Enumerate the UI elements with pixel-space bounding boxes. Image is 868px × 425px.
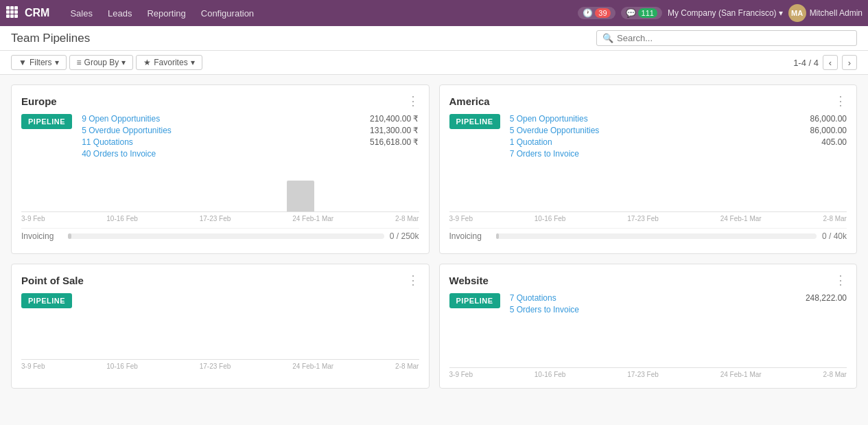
message-count: 111 — [638, 8, 657, 18]
chart-labels: 3-9 Feb10-16 Feb17-23 Feb24 Feb-1 Mar2-8… — [21, 215, 419, 222]
chart-col — [530, 170, 606, 211]
filters-button[interactable]: ▼ Filters ▾ — [11, 55, 67, 70]
chart-col — [530, 326, 606, 367]
invoicing-row: Invoicing 0 / 40k — [449, 228, 847, 244]
invoicing-row: Invoicing 0 / 250k — [21, 228, 419, 244]
chart-col — [21, 170, 97, 211]
sub-header: Team Pipelines 🔍 — [0, 26, 868, 51]
chart-col — [449, 170, 526, 211]
stat-link[interactable]: 5 Overdue Opportunities — [82, 126, 172, 135]
message-icon: 💬 — [626, 8, 636, 18]
activity-badge[interactable]: 🕐 39 — [578, 7, 615, 19]
nav-leads[interactable]: Leads — [101, 5, 139, 21]
chart-col — [771, 170, 847, 211]
chart-area — [449, 323, 847, 368]
search-bar[interactable]: 🔍 — [596, 30, 857, 46]
chart-area — [21, 315, 419, 360]
stat-link[interactable]: 5 Open Opportunities — [510, 114, 588, 124]
invoicing-value: 0 / 40k — [822, 231, 847, 241]
chart-label: 2-8 Mar — [395, 215, 419, 222]
stat-link[interactable]: 7 Quotations — [510, 293, 556, 303]
card-header: Website ⋮ — [449, 274, 847, 286]
navbar: ​ CRM Sales Leads Reporting Configuratio… — [0, 0, 868, 26]
app-brand[interactable]: CRM — [25, 7, 49, 19]
pipeline-card-europe: Europe ⋮ PIPELINE 9 Open Opportunities 2… — [11, 84, 430, 254]
pipeline-button-container: PIPELINE — [449, 114, 500, 129]
pipeline-button-container: PIPELINE — [21, 114, 72, 129]
stat-link[interactable]: 1 Quotation — [510, 137, 552, 147]
nav-reporting[interactable]: Reporting — [140, 5, 192, 21]
card-menu-dots[interactable]: ⋮ — [834, 95, 847, 107]
stat-row: 5 Open Opportunities 86,000.00 — [510, 114, 847, 124]
stat-value: 248,222.00 — [806, 293, 847, 303]
pipeline-grid: Europe ⋮ PIPELINE 9 Open Opportunities 2… — [0, 75, 868, 398]
card-title: Europe — [21, 95, 57, 107]
avatar: MA — [788, 4, 806, 22]
chart-label: 24 Feb-1 Mar — [720, 371, 762, 378]
svg-rect-3 — [6, 10, 10, 14]
stat-link[interactable]: 7 Orders to Invoice — [510, 149, 579, 159]
pipeline-button[interactable]: PIPELINE — [21, 114, 72, 129]
stat-link[interactable]: 5 Overdue Opportunities — [510, 126, 600, 135]
groupby-button[interactable]: ≡ Group By ▾ — [69, 55, 134, 70]
stat-value: 131,300.00 ₹ — [370, 126, 419, 135]
stat-row: 7 Orders to Invoice — [510, 149, 847, 159]
chart-label: 10-16 Feb — [535, 371, 566, 378]
card-body: PIPELINE 7 Quotations 248,222.00 5 Order… — [449, 293, 847, 317]
stat-value: 86,000.00 — [810, 126, 847, 135]
card-stats: 9 Open Opportunities 210,400.00 ₹ 5 Over… — [82, 114, 419, 161]
stat-link[interactable]: 40 Orders to Invoice — [82, 149, 156, 159]
card-menu-dots[interactable]: ⋮ — [834, 274, 847, 286]
chart-label: 24 Feb-1 Mar — [292, 363, 333, 370]
stat-link[interactable]: 11 Quotations — [82, 137, 133, 147]
chevron-icon3: ▾ — [191, 58, 195, 67]
pipeline-card-point-of-sale: Point of Sale ⋮ PIPELINE 3-9 F — [11, 264, 430, 389]
navbar-menu: Sales Leads Reporting Configuration — [63, 5, 575, 21]
next-page-button[interactable]: › — [842, 55, 857, 70]
filter-icon: ▼ — [19, 58, 27, 67]
invoicing-label: Invoicing — [21, 231, 62, 241]
stat-value: 516,618.00 ₹ — [370, 137, 419, 147]
chart-bar-container — [21, 170, 419, 211]
card-stats: 5 Open Opportunities 86,000.00 5 Overdue… — [510, 114, 847, 161]
pipeline-button[interactable]: PIPELINE — [449, 114, 500, 129]
card-menu-dots[interactable]: ⋮ — [407, 274, 419, 286]
chart-label: 10-16 Feb — [106, 363, 138, 370]
activity-count: 39 — [595, 8, 610, 18]
chart-label: 17-23 Feb — [200, 215, 231, 222]
invoicing-bar-fill — [496, 233, 500, 239]
prev-page-button[interactable]: ‹ — [823, 55, 838, 70]
invoicing-label: Invoicing — [449, 231, 491, 241]
nav-sales[interactable]: Sales — [63, 5, 99, 21]
pagination-text: 1-4 / 4 — [793, 58, 819, 68]
pipeline-button[interactable]: PIPELINE — [449, 293, 500, 308]
stat-link[interactable]: 9 Open Opportunities — [82, 114, 160, 124]
invoicing-value: 0 / 250k — [390, 231, 419, 241]
nav-configuration[interactable]: Configuration — [194, 5, 261, 21]
chart-col — [262, 170, 338, 211]
card-body: PIPELINE 5 Open Opportunities 86,000.00 … — [449, 114, 847, 161]
card-menu-dots[interactable]: ⋮ — [407, 95, 419, 107]
chart-label: 3-9 Feb — [21, 363, 45, 370]
activity-icon: 🕐 — [583, 8, 593, 18]
stat-row: 5 Orders to Invoice — [510, 305, 847, 314]
chart-bar-container — [449, 326, 847, 367]
stat-value: 405.00 — [821, 137, 847, 147]
company-selector[interactable]: My Company (San Francisco) ▾ — [668, 8, 783, 18]
search-input[interactable] — [617, 33, 851, 43]
chart-labels: 3-9 Feb10-16 Feb17-23 Feb24 Feb-1 Mar2-8… — [449, 215, 847, 222]
message-badge[interactable]: 💬 111 — [621, 7, 662, 19]
groupby-label: Group By — [84, 58, 119, 67]
pipeline-button-container: PIPELINE — [449, 293, 500, 308]
chart-label: 2-8 Mar — [395, 363, 419, 370]
chevron-icon2: ▾ — [121, 58, 126, 67]
pipeline-button[interactable]: PIPELINE — [21, 293, 72, 308]
chart-label: 3-9 Feb — [449, 371, 473, 378]
groupby-icon: ≡ — [77, 58, 82, 67]
user-menu[interactable]: MA Mitchell Admin — [788, 4, 863, 22]
filter-bar: ▼ Filters ▾ ≡ Group By ▾ ★ Favorites ▾ 1… — [0, 51, 868, 75]
grid-icon[interactable]: ​ — [5, 5, 18, 21]
favorites-button[interactable]: ★ Favorites ▾ — [136, 55, 202, 70]
stat-link[interactable]: 5 Orders to Invoice — [510, 305, 579, 314]
chart-area — [21, 168, 419, 212]
